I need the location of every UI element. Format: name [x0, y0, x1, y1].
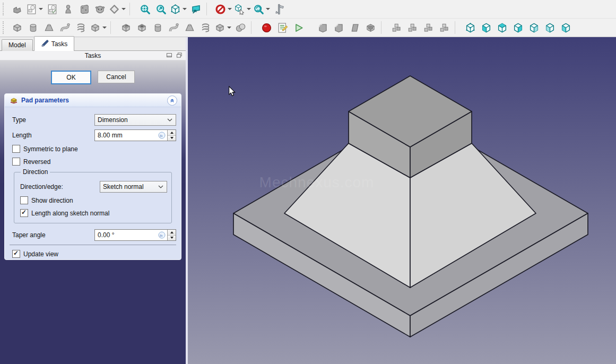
pad-icon-small	[10, 96, 18, 106]
subtractive-pipe-icon[interactable]	[166, 20, 181, 35]
create-datum-icon-dropdown-arrow[interactable]	[122, 8, 126, 10]
section-tool-icon-1[interactable]	[389, 20, 404, 35]
top-view-icon[interactable]	[494, 20, 509, 35]
pad-parameters-header: Pad parameters	[5, 94, 181, 107]
fit-all-icon[interactable]	[137, 2, 152, 16]
left-panel: Model Tasks Tasks OK Cancel	[0, 37, 186, 364]
boolean-operation-icon[interactable]	[233, 20, 248, 35]
additive-pipe-icon[interactable]	[57, 20, 72, 35]
groove-icon[interactable]	[150, 20, 165, 35]
direction-group-legend: Direction	[21, 168, 50, 176]
tab-tasks-label: Tasks	[51, 40, 68, 48]
shapebinder-icon[interactable]	[92, 2, 107, 16]
tab-tasks[interactable]: Tasks	[34, 36, 75, 51]
macro-record-icon[interactable]	[259, 20, 274, 35]
symmetric-checkbox[interactable]	[12, 145, 20, 153]
hole-icon[interactable]	[134, 20, 149, 35]
toolbar-row-2	[0, 19, 616, 37]
thickness-icon[interactable]	[363, 20, 378, 35]
front-view-icon[interactable]	[479, 20, 493, 35]
length-spin-down-button[interactable]	[168, 136, 176, 141]
clipping-plane-icon-dropdown-arrow[interactable]	[228, 8, 232, 10]
section-tool-icon-4[interactable]	[437, 20, 452, 35]
toolbar-row-1	[0, 0, 616, 19]
macro-execute-icon[interactable]	[291, 20, 306, 35]
dock-panel-icon[interactable]	[166, 52, 172, 60]
pad-parameters-body: Type Dimension Length 8.00 mm fx	[5, 107, 181, 258]
float-panel-icon[interactable]	[176, 52, 183, 60]
taper-angle-input[interactable]: 0.00 ° fx	[94, 229, 176, 241]
section-tool-icon-3[interactable]	[421, 20, 436, 35]
align-to-plane-icon[interactable]	[188, 2, 203, 16]
bottom-view-icon[interactable]	[542, 20, 557, 35]
zoom-tools-icon-dropdown-arrow[interactable]	[266, 8, 270, 10]
additive-loft-icon[interactable]	[41, 20, 56, 35]
create-datum-icon[interactable]	[108, 2, 126, 16]
3d-viewport[interactable]: Mechnexus.com	[188, 37, 616, 364]
freecad-window: Model Tasks Tasks OK Cancel	[0, 0, 616, 364]
taper-spin-down-button[interactable]	[168, 236, 176, 241]
subtractive-primitive-icon-dropdown-arrow[interactable]	[227, 27, 231, 29]
length-along-normal-checkbox[interactable]	[20, 209, 28, 217]
expression-editor-icon[interactable]: fx	[158, 132, 166, 139]
box-selection-icon-dropdown-arrow[interactable]	[247, 8, 251, 10]
ok-button[interactable]: OK	[51, 71, 91, 84]
macro-edit-icon[interactable]	[275, 20, 290, 35]
fillet-icon[interactable]	[315, 20, 330, 35]
create-body-icon[interactable]	[10, 2, 24, 16]
toolbar-grip[interactable]	[3, 3, 7, 15]
box-selection-icon[interactable]	[233, 2, 251, 16]
zoom-selection-icon[interactable]	[153, 2, 168, 16]
section-tool-icon-2[interactable]	[405, 20, 420, 35]
toolbar-separator	[110, 21, 116, 34]
create-sketch-icon-dropdown-arrow[interactable]	[39, 8, 43, 10]
subtractive-helix-icon[interactable]	[198, 20, 213, 35]
zoom-tools-icon[interactable]	[253, 2, 271, 16]
toolbar-separator	[455, 21, 460, 34]
draft-icon[interactable]	[347, 20, 362, 35]
tasks-panel-title: Tasks	[85, 52, 101, 59]
right-view-icon[interactable]	[510, 20, 525, 35]
measure-icon[interactable]	[272, 2, 287, 16]
collapse-section-button[interactable]	[167, 96, 177, 106]
edit-sketch-icon[interactable]	[45, 2, 59, 16]
svg-text:fx: fx	[160, 233, 163, 238]
type-combobox[interactable]: Dimension	[94, 114, 176, 126]
toolbar-grip[interactable]	[3, 21, 7, 34]
subtractive-loft-icon[interactable]	[182, 20, 197, 35]
chevron-down-icon	[158, 185, 163, 188]
reversed-checkbox[interactable]	[12, 158, 20, 166]
pad-icon[interactable]	[10, 20, 24, 35]
taper-spin-up-button[interactable]	[168, 230, 176, 236]
toolbar-separator	[381, 21, 386, 34]
tab-model[interactable]: Model	[2, 39, 33, 51]
create-sketch-icon[interactable]	[25, 2, 44, 16]
additive-helix-icon[interactable]	[73, 20, 88, 35]
tab-model-label: Model	[8, 41, 26, 49]
toolbar-separator	[251, 21, 256, 34]
update-view-label: Update view	[23, 250, 58, 258]
length-spin-up-button[interactable]	[168, 130, 176, 136]
pocket-icon[interactable]	[118, 20, 133, 35]
axonometric-view-cube-icon[interactable]	[463, 20, 478, 35]
rear-view-icon[interactable]	[526, 20, 541, 35]
cancel-button[interactable]: Cancel	[98, 71, 135, 83]
attach-sketch-icon[interactable]	[60, 2, 75, 16]
axonometric-view-icon[interactable]	[169, 2, 187, 16]
validate-sketch-icon[interactable]	[76, 2, 91, 16]
chevron-down-icon	[167, 118, 172, 122]
direction-edge-combobox[interactable]: Sketch normal	[100, 181, 167, 193]
axonometric-view-icon-dropdown-arrow[interactable]	[183, 8, 187, 10]
chamfer-icon[interactable]	[331, 20, 346, 35]
show-direction-checkbox[interactable]	[20, 196, 28, 204]
additive-primitive-icon[interactable]	[89, 20, 107, 35]
clipping-plane-icon[interactable]	[214, 2, 232, 16]
revolution-icon[interactable]	[25, 20, 40, 35]
direction-edge-label: Direction/edge:	[19, 183, 100, 190]
expression-editor-icon[interactable]: fx	[158, 231, 166, 239]
subtractive-primitive-icon[interactable]	[214, 20, 232, 35]
left-view-icon[interactable]	[558, 20, 573, 35]
update-view-checkbox[interactable]	[12, 250, 20, 258]
additive-primitive-icon-dropdown-arrow[interactable]	[102, 27, 107, 29]
length-input[interactable]: 8.00 mm fx	[94, 129, 176, 141]
